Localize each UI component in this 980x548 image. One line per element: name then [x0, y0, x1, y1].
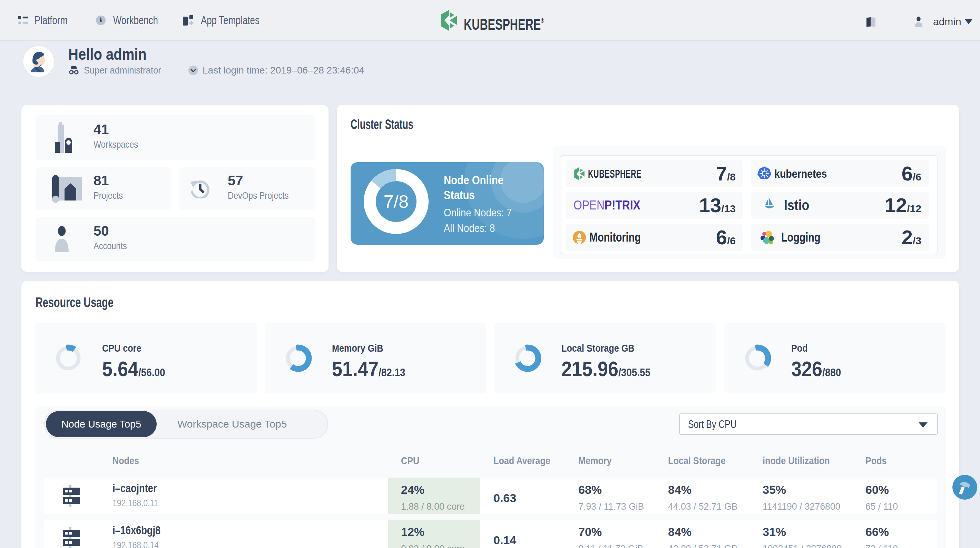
svg-text:7/8: 7/8 [384, 191, 409, 212]
